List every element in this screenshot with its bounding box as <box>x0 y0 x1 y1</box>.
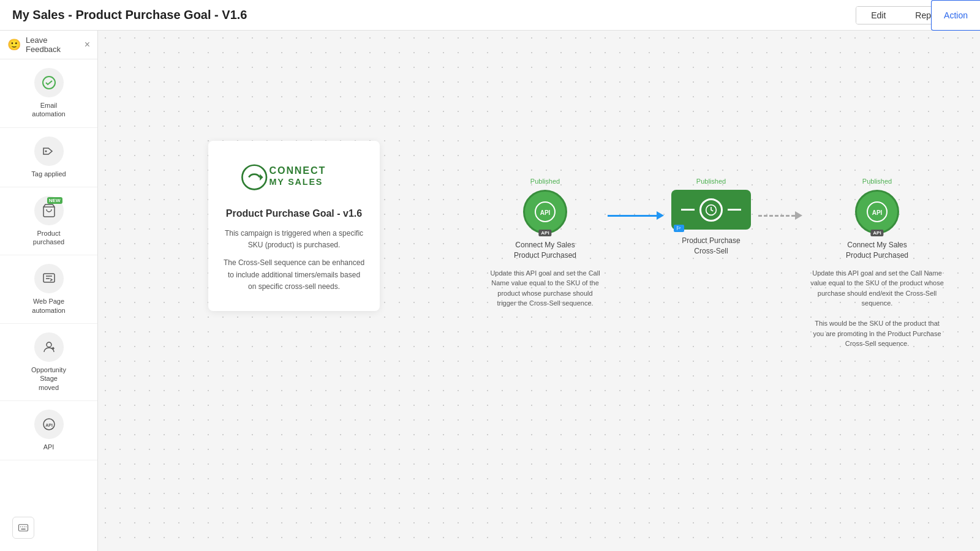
timer-clock <box>699 198 723 222</box>
svg-text:API: API <box>45 423 53 427</box>
action-button[interactable]: Action <box>931 0 980 31</box>
flow-node-2[interactable]: Published 🏳 Product Purch <box>671 178 751 257</box>
flow-node-1[interactable]: Published API API Connect My SalesProduc… <box>490 178 600 309</box>
api-icon: API <box>34 410 64 439</box>
svg-point-1 <box>45 150 47 152</box>
sidebar-item-label-opportunity: OpportunityStagemoved <box>31 365 66 392</box>
svg-rect-8 <box>19 525 28 531</box>
node3-label: Connect My SalesProduct Purchased <box>846 240 908 261</box>
node2-timer-box <box>671 190 751 230</box>
campaign-logo: CONNECT MY SALES <box>223 159 365 198</box>
timer-left-dash <box>681 209 695 211</box>
arrow-line-1 <box>608 215 657 217</box>
tag-applied-icon <box>34 137 64 166</box>
svg-text:MY SALES: MY SALES <box>270 177 323 187</box>
svg-point-4 <box>47 342 51 347</box>
arrow-2 <box>751 211 810 220</box>
sidebar-item-label-product: Productpurchased <box>33 229 64 247</box>
node3-circle: API <box>855 190 899 234</box>
main-layout: 🙂 Leave Feedback × Emailautomation <box>0 31 980 551</box>
feedback-icon: 🙂 <box>7 38 21 51</box>
svg-rect-3 <box>43 274 55 282</box>
sidebar-items-list: Emailautomation Tag applied <box>0 59 97 460</box>
product-purchased-icon: NEW <box>34 196 64 225</box>
node1-circle: API <box>523 190 567 234</box>
sidebar-item-label-api: API <box>43 443 55 451</box>
node2-flag: 🏳 <box>674 225 684 232</box>
timer-right-dash <box>728 209 741 211</box>
canvas: CONNECT MY SALES Product Purchase Goal -… <box>98 31 980 551</box>
svg-text:API: API <box>540 209 551 216</box>
sidebar-item-api[interactable]: API API <box>0 401 97 460</box>
arrow-1 <box>600 211 671 220</box>
campaign-desc1: This campaign is triggered when a specif… <box>223 228 365 251</box>
campaign-title: Product Purchase Goal - v1.6 <box>223 208 365 219</box>
new-badge-product: NEW <box>47 197 62 204</box>
sidebar-item-opportunity-stage[interactable]: OpportunityStagemoved <box>0 324 97 401</box>
feedback-bar: 🙂 Leave Feedback × <box>0 31 97 59</box>
arrowhead-2 <box>795 211 802 220</box>
flow-area: Published API API Connect My SalesProduc… <box>490 178 944 349</box>
node2-label: Product PurchaseCross-Sell <box>682 236 740 257</box>
sidebar-item-email-automation[interactable]: Emailautomation <box>0 59 97 128</box>
node3-desc: Update this API goal and set the Call Na… <box>810 268 944 349</box>
sidebar-item-label-web: Web Pageautomation <box>32 297 65 315</box>
arrowhead-1 <box>657 211 664 220</box>
sidebar-item-label-tag: Tag applied <box>31 170 66 178</box>
sidebar-item-tag-applied[interactable]: Tag applied <box>0 128 97 187</box>
flow-node-3[interactable]: Published API API Connect My SalesProduc… <box>810 178 944 349</box>
page-title: My Sales - Product Purchase Goal - V1.6 <box>12 8 247 22</box>
node3-wrapper: API API <box>855 190 899 234</box>
arrow-line-2 <box>758 215 795 217</box>
node1-api-label: API <box>538 230 551 236</box>
web-page-icon <box>34 264 64 293</box>
node1-label: Connect My SalesProduct Purchased <box>514 240 576 261</box>
email-automation-icon <box>34 68 64 97</box>
node1-status: Published <box>530 178 560 185</box>
node3-status: Published <box>862 178 892 185</box>
node1-desc: Update this API goal and set the Call Na… <box>490 268 600 309</box>
sidebar-item-web-page[interactable]: Web Pageautomation <box>0 255 97 324</box>
feedback-label: Leave Feedback <box>26 36 85 54</box>
edit-button[interactable]: Edit <box>856 7 900 24</box>
opportunity-stage-icon <box>34 332 64 362</box>
campaign-desc2: The Cross-Sell sequence can be enhanced … <box>223 257 365 293</box>
node2-status: Published <box>696 178 726 185</box>
sidebar-item-product-purchased[interactable]: NEW Productpurchased <box>0 187 97 256</box>
leave-feedback-btn[interactable]: 🙂 Leave Feedback <box>7 36 85 54</box>
header: My Sales - Product Purchase Goal - V1.6 … <box>0 0 980 31</box>
sidebar: 🙂 Leave Feedback × Emailautomation <box>0 31 98 551</box>
sidebar-item-label-email: Emailautomation <box>32 101 65 119</box>
svg-text:API: API <box>872 209 883 216</box>
node1-wrapper: API API <box>523 190 567 234</box>
svg-text:CONNECT: CONNECT <box>270 165 326 176</box>
header-right: Action <box>931 0 980 31</box>
svg-marker-15 <box>260 174 263 181</box>
feedback-close-button[interactable]: × <box>85 39 90 50</box>
campaign-info-box: CONNECT MY SALES Product Purchase Goal -… <box>208 141 380 311</box>
node3-api-label: API <box>870 230 883 236</box>
keyboard-icon-button[interactable] <box>12 517 34 539</box>
node2-wrapper: 🏳 <box>671 190 751 230</box>
